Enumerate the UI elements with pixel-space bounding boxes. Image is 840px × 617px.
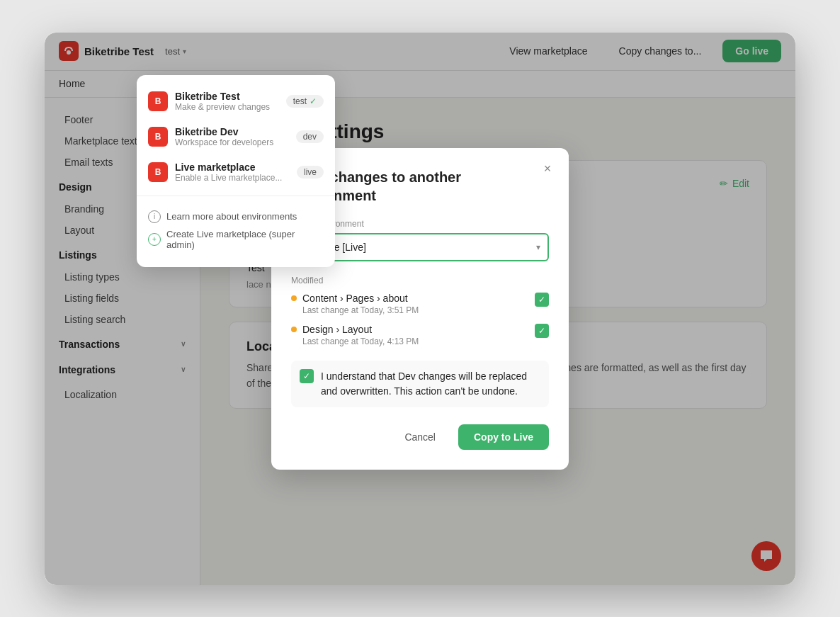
create-live-link[interactable]: + Create Live marketplace (super admin)	[148, 226, 324, 253]
orange-dot-2	[291, 327, 297, 332]
modified-item-checkbox-1[interactable]: ✓	[535, 293, 549, 307]
env-popup-item-test[interactable]: B Biketribe Test Make & preview changes …	[137, 84, 335, 119]
env-popup: B Biketribe Test Make & preview changes …	[137, 75, 335, 267]
modified-item-2: Design › Layout Last change at Today, 4:…	[291, 324, 549, 346]
dialog-close-button[interactable]: ×	[538, 159, 557, 179]
modified-item-name-2: Design › Layout	[302, 324, 419, 335]
modified-label: Modified	[291, 276, 549, 285]
env-tag-test: test ✓	[286, 95, 324, 108]
browser-window: Biketribe Test test ▾ View marketplace C…	[45, 33, 795, 585]
env-item-desc-test: Make & preview changes	[175, 102, 270, 112]
modified-item-time-1: Last change at Today, 3:51 PM	[302, 305, 419, 315]
env-item-desc-dev: Workspace for developers	[175, 137, 273, 147]
modified-item-time-2: Last change at Today, 4:13 PM	[302, 336, 419, 346]
orange-dot-1	[291, 295, 297, 301]
env-popup-divider	[137, 196, 335, 196]
info-icon: i	[148, 210, 161, 223]
copy-to-live-button[interactable]: Copy to Live	[458, 424, 549, 450]
understand-text: I understand that Dev changes will be re…	[321, 369, 540, 399]
env-popup-item-live[interactable]: B Live marketplace Enable a Live marketp…	[137, 154, 335, 190]
env-item-name-test: Biketribe Test	[175, 91, 270, 102]
env-item-name-dev: Biketribe Dev	[175, 126, 273, 137]
modified-item-checkbox-2[interactable]: ✓	[535, 324, 549, 338]
cancel-button[interactable]: Cancel	[390, 424, 450, 450]
learn-more-link[interactable]: i Learn more about environments	[148, 208, 324, 226]
env-item-icon-test: B	[148, 91, 168, 111]
env-item-desc-live: Enable a Live marketplace...	[175, 173, 282, 183]
env-popup-footer: i Learn more about environments + Create…	[137, 202, 335, 259]
understand-checkbox[interactable]: ✓	[300, 369, 314, 383]
modified-item-1: Content › Pages › about Last change at T…	[291, 293, 549, 315]
env-tag-live: live	[297, 166, 324, 179]
modified-section: Modified Content › Pages › about Last ch…	[291, 276, 549, 346]
modified-item-name-1: Content › Pages › about	[302, 293, 419, 304]
env-item-icon-live: B	[148, 162, 168, 182]
env-popup-item-dev[interactable]: B Biketribe Dev Workspace for developers…	[137, 119, 335, 154]
check-icon: ✓	[310, 96, 317, 106]
dialog-footer: Cancel Copy to Live	[291, 424, 549, 450]
understand-section: ✓ I understand that Dev changes will be …	[291, 361, 549, 407]
env-item-icon-dev: B	[148, 127, 168, 147]
env-item-name-live: Live marketplace	[175, 162, 282, 173]
plus-icon: +	[148, 233, 161, 246]
env-tag-dev: dev	[296, 130, 324, 143]
